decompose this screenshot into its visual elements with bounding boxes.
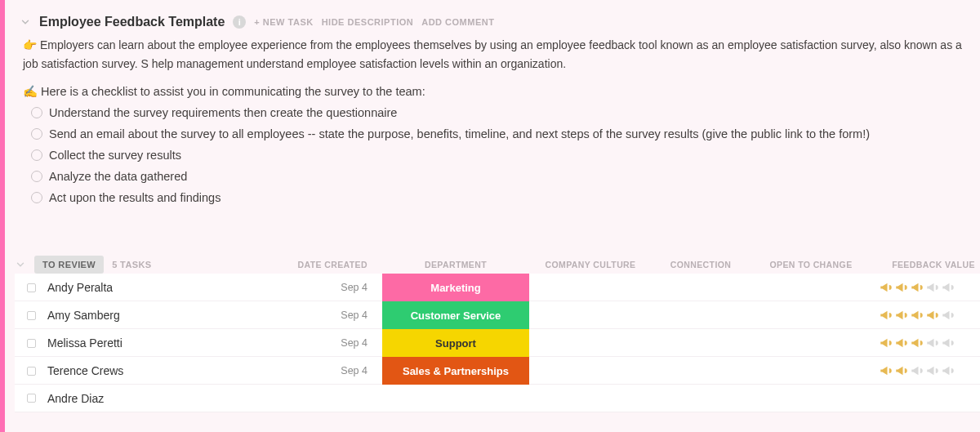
- checkbox-circle[interactable]: [31, 149, 42, 161]
- task-name[interactable]: Melissa Peretti: [47, 336, 292, 350]
- status-square-icon: [27, 394, 36, 403]
- group-task-count: 5 TASKS: [112, 260, 151, 269]
- row-status-handle[interactable]: [15, 311, 47, 320]
- checkbox-circle[interactable]: [31, 171, 42, 182]
- task-name[interactable]: Amy Samberg: [47, 309, 292, 322]
- task-name[interactable]: Terence Crews: [47, 364, 292, 377]
- checklist-item: Act upon the results and findings: [23, 187, 972, 208]
- feedback-value-rating[interactable]: [872, 308, 980, 323]
- checkbox-circle[interactable]: [31, 107, 42, 118]
- megaphone-icon: [910, 363, 924, 378]
- checklist-item-label: Understand the survey requirements then …: [49, 106, 397, 119]
- megaphone-icon: [879, 336, 893, 350]
- add-comment-button[interactable]: ADD COMMENT: [421, 17, 494, 27]
- megaphone-icon: [941, 336, 956, 350]
- checklist-item: Collect the survey results: [23, 145, 972, 166]
- col-open-to-change[interactable]: OPEN TO CHANGE: [750, 260, 872, 269]
- description: 👉 Employers can learn about the employee…: [15, 34, 978, 82]
- megaphone-icon: [910, 280, 924, 295]
- group-collapse-icon[interactable]: [15, 259, 26, 270]
- pointing-hand-icon: 👉: [23, 38, 37, 51]
- col-connection[interactable]: CONNECTION: [652, 260, 750, 269]
- megaphone-icon: [894, 336, 909, 350]
- task-table: TO REVIEW 5 TASKS DATE CREATED DEPARTMEN…: [15, 241, 980, 412]
- task-name[interactable]: Andre Diaz: [47, 392, 292, 405]
- feedback-value-rating[interactable]: [872, 363, 980, 378]
- status-square-icon: [27, 367, 36, 376]
- task-date: Sep 4: [292, 365, 382, 376]
- row-status-handle[interactable]: [15, 367, 47, 376]
- checklist-item-label: Send an email about the survey to all em…: [49, 127, 870, 140]
- department-pill[interactable]: Sales & Partnerships: [382, 357, 529, 385]
- department-pill[interactable]: Support: [382, 329, 529, 357]
- checkbox-circle[interactable]: [31, 192, 42, 203]
- megaphone-icon: [879, 308, 893, 323]
- checklist-item-label: Collect the survey results: [49, 149, 181, 162]
- megaphone-icon: [894, 280, 909, 295]
- col-date-created[interactable]: DATE CREATED: [292, 260, 382, 269]
- task-rows: Andy PeraltaSep 4MarketingAmy SambergSep…: [15, 274, 980, 412]
- table-row[interactable]: Andre Diaz: [15, 385, 980, 412]
- description-text: Employers can learn about the employee e…: [23, 38, 962, 70]
- status-square-icon: [27, 283, 36, 292]
- megaphone-icon: [894, 363, 909, 378]
- page-title: Employee Feedback Template: [39, 15, 225, 29]
- feedback-value-rating[interactable]: [872, 336, 980, 350]
- megaphone-icon: [941, 308, 956, 323]
- page-container: Employee Feedback Template i + NEW TASK …: [0, 0, 980, 432]
- status-square-icon: [27, 311, 36, 320]
- megaphone-icon: [894, 308, 909, 323]
- checklist-item: Analyze the data gathered: [23, 166, 972, 187]
- checklist-item: Send an email about the survey to all em…: [23, 123, 972, 145]
- group-status-pill[interactable]: TO REVIEW: [34, 256, 104, 274]
- collapse-icon[interactable]: [20, 16, 31, 28]
- writing-hand-icon: ✍️: [23, 85, 38, 98]
- table-row[interactable]: Andy PeraltaSep 4Marketing: [15, 274, 980, 301]
- checklist-title-row: ✍️ Here is a checklist to assist you in …: [23, 85, 972, 99]
- group-header-row: TO REVIEW 5 TASKS DATE CREATED DEPARTMEN…: [15, 256, 980, 274]
- info-icon[interactable]: i: [233, 16, 246, 29]
- row-status-handle[interactable]: [15, 339, 47, 348]
- table-row[interactable]: Melissa PerettiSep 4Support: [15, 329, 980, 357]
- hide-description-button[interactable]: HIDE DESCRIPTION: [322, 17, 414, 27]
- department-pill[interactable]: Customer Service: [382, 301, 529, 329]
- megaphone-icon: [879, 280, 893, 295]
- checkbox-circle[interactable]: [31, 128, 42, 140]
- col-department[interactable]: DEPARTMENT: [382, 260, 529, 269]
- checklist-item-label: Act upon the results and findings: [49, 191, 220, 204]
- col-company-culture[interactable]: COMPANY CULTURE: [529, 260, 652, 269]
- checklist-item-label: Analyze the data gathered: [49, 170, 187, 183]
- megaphone-icon: [941, 280, 956, 295]
- checklist-item: Understand the survey requirements then …: [23, 102, 972, 123]
- checklist-title: Here is a checklist to assist you in com…: [41, 85, 425, 98]
- megaphone-icon: [925, 336, 940, 350]
- status-square-icon: [27, 339, 36, 348]
- megaphone-icon: [910, 308, 924, 323]
- row-status-handle[interactable]: [15, 394, 47, 403]
- col-feedback-value[interactable]: FEEDBACK VALUE: [872, 260, 980, 269]
- new-task-button[interactable]: + NEW TASK: [254, 17, 313, 27]
- task-date: Sep 4: [292, 282, 382, 293]
- task-date: Sep 4: [292, 337, 382, 349]
- row-status-handle[interactable]: [15, 283, 47, 292]
- table-row[interactable]: Amy SambergSep 4Customer Service: [15, 301, 980, 329]
- megaphone-icon: [910, 336, 924, 350]
- megaphone-icon: [925, 363, 940, 378]
- feedback-value-rating[interactable]: [872, 280, 980, 295]
- section-header: Employee Feedback Template i + NEW TASK …: [15, 0, 980, 34]
- table-row[interactable]: Terence CrewsSep 4Sales & Partnerships: [15, 357, 980, 385]
- task-name[interactable]: Andy Peralta: [47, 281, 292, 294]
- megaphone-icon: [879, 363, 893, 378]
- megaphone-icon: [941, 363, 956, 378]
- checklist: ✍️ Here is a checklist to assist you in …: [15, 82, 980, 241]
- megaphone-icon: [925, 280, 940, 295]
- task-date: Sep 4: [292, 310, 382, 321]
- department-pill[interactable]: Marketing: [382, 274, 529, 301]
- megaphone-icon: [925, 308, 940, 323]
